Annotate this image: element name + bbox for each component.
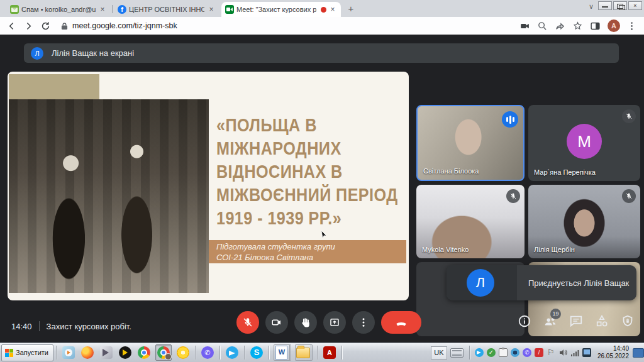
telegram-tray-icon[interactable]: [475, 348, 484, 357]
tab-close-icon[interactable]: ×: [328, 5, 337, 14]
acrobat-icon[interactable]: A: [322, 345, 337, 360]
browser-menu-icon[interactable]: [626, 21, 637, 31]
windows-logo-icon: [5, 349, 13, 357]
windows-taskbar: Запустити ✆ S A UK ✓ ✆ / ⚐: [0, 343, 644, 362]
taskbar-clock[interactable]: 14:40 26.05.2022: [597, 345, 629, 360]
people-panel-button[interactable]: 19: [543, 314, 557, 328]
bookmark-star-icon[interactable]: [572, 21, 583, 31]
participant-avatar: М: [567, 124, 602, 159]
tab-title: Спам • korolko_andr@ukr.net: [21, 6, 96, 13]
chrome-canary-icon[interactable]: [175, 345, 191, 360]
participant-name: Мар`яна Перепічка: [534, 168, 596, 176]
restore-button[interactable]: [613, 1, 627, 10]
profile-avatar[interactable]: A: [608, 19, 620, 32]
tab-close-icon[interactable]: ×: [98, 5, 107, 14]
meeting-side-controls: 19: [518, 314, 635, 328]
participant-tile-maryana[interactable]: М Мар`яна Перепічка: [528, 105, 640, 181]
viber-icon[interactable]: ✆: [200, 345, 215, 360]
start-button[interactable]: Запустити: [1, 344, 53, 361]
tab-title: Meet: "Захист курсових роб: [236, 6, 316, 13]
camera-toggle-button[interactable]: [265, 311, 288, 334]
activities-icon[interactable]: [595, 314, 609, 328]
tab-facebook[interactable]: f ЦЕНТР ОСВІТНІХ ІННОВАЦІЙ | F ×: [114, 2, 219, 17]
presenter-avatar: Л: [31, 47, 43, 60]
recording-dot-icon: [321, 7, 326, 13]
meeting-title: Захист курсових робіт.: [47, 322, 131, 331]
chrome-icon[interactable]: [136, 345, 152, 360]
skype-icon[interactable]: S: [249, 345, 264, 360]
action-center-flag-icon[interactable]: ⚐: [547, 348, 555, 357]
close-button[interactable]: ×: [628, 1, 642, 10]
antivirus-tray-icon[interactable]: ✓: [487, 348, 496, 357]
participant-tile-mykola[interactable]: Mykola Vitenko: [416, 185, 525, 258]
new-tab-button[interactable]: +: [346, 4, 356, 14]
meeting-time: 14:40: [11, 322, 32, 331]
meet-app: Л Лілія Ващак на екрані «ПОЛЬЩА В МІЖНАР…: [0, 35, 644, 343]
clock-time: 14:40: [597, 345, 629, 353]
camera-in-use-icon[interactable]: [519, 21, 530, 31]
meet-icon: [225, 5, 234, 14]
volume-icon[interactable]: [558, 348, 567, 357]
slide-subtitle-line: Підготувала студентка групи: [216, 241, 406, 252]
mic-off-icon: [506, 189, 520, 203]
eye-tray-icon[interactable]: [511, 348, 519, 357]
shared-screen-stage[interactable]: «ПОЛЬЩА В МІЖНАРОДНИХ ВІДНОСИНАХ В МІЖВО…: [8, 72, 409, 300]
call-controls: [236, 311, 421, 334]
host-controls-icon[interactable]: [621, 314, 635, 328]
taskbar-separator: [195, 346, 196, 359]
participant-tile-liliya-shcherbin[interactable]: Лілія Щербін: [528, 185, 640, 258]
folder-task-group[interactable]: [295, 344, 313, 361]
browser-tabstrip: Спам • korolko_andr@ukr.net × f ЦЕНТР ОС…: [0, 0, 644, 17]
mic-off-icon: [622, 189, 636, 203]
tab-mail[interactable]: Спам • korolko_andr@ukr.net ×: [6, 2, 111, 17]
ukrnet-mail-icon: [10, 5, 19, 14]
taskbar-separator: [341, 346, 342, 359]
end-call-icon: [394, 315, 408, 329]
display-tray-icon[interactable]: [633, 348, 644, 358]
mic-toggle-button[interactable]: [236, 311, 259, 334]
toast-avatar-panel: Л: [447, 265, 517, 300]
tab-close-icon[interactable]: ×: [207, 5, 216, 14]
taskbar-separator: [469, 346, 470, 359]
firefox-icon[interactable]: [80, 345, 95, 360]
reload-icon[interactable]: [40, 21, 51, 31]
taskbar-separator: [244, 346, 245, 359]
clock-date: 26.05.2022: [597, 353, 629, 360]
back-icon[interactable]: [6, 21, 17, 31]
participant-tile-svitlana[interactable]: Світлана Білоока: [416, 105, 525, 181]
telegram-icon[interactable]: [225, 345, 240, 360]
zoom-icon[interactable]: [537, 21, 548, 31]
address-url[interactable]: meet.google.com/tiz-jqnm-sbk: [72, 21, 177, 30]
chat-icon[interactable]: [569, 314, 583, 328]
raise-hand-button[interactable]: [294, 311, 317, 334]
kmplayer-icon[interactable]: [99, 345, 114, 360]
chrome-active-task[interactable]: [155, 344, 172, 361]
keyboard-layout-icon[interactable]: [450, 348, 464, 358]
red-app-tray-icon[interactable]: /: [535, 348, 543, 357]
viber-tray-icon[interactable]: ✆: [523, 348, 531, 357]
side-panel-icon[interactable]: [590, 21, 601, 31]
tab-separator: [112, 5, 113, 13]
forward-icon[interactable]: [23, 21, 34, 31]
chevron-down-icon[interactable]: ∨: [589, 3, 594, 11]
remote-desktop-tray-icon[interactable]: [582, 348, 591, 357]
taskbar-separator: [317, 346, 318, 359]
minimize-button[interactable]: [598, 1, 612, 10]
hand-icon: [300, 317, 311, 328]
lock-icon[interactable]: [61, 22, 68, 30]
tab-meet-active[interactable]: Meet: "Захист курсових роб ×: [221, 2, 341, 17]
aimp-icon[interactable]: [118, 345, 133, 360]
more-options-button[interactable]: [352, 311, 375, 334]
wmp-icon[interactable]: [61, 345, 76, 360]
clipboard-tray-icon[interactable]: [499, 348, 508, 357]
end-call-button[interactable]: [381, 311, 421, 334]
share-icon[interactable]: [555, 21, 565, 31]
more-vert-icon: [358, 317, 369, 328]
word-task-group[interactable]: [274, 344, 291, 361]
mic-off-icon: [622, 109, 636, 123]
present-screen-button[interactable]: [323, 311, 346, 334]
info-icon[interactable]: [518, 314, 531, 328]
network-icon[interactable]: [570, 348, 579, 357]
language-indicator[interactable]: UK: [431, 346, 447, 359]
participant-name: Світлана Білоока: [423, 167, 479, 175]
